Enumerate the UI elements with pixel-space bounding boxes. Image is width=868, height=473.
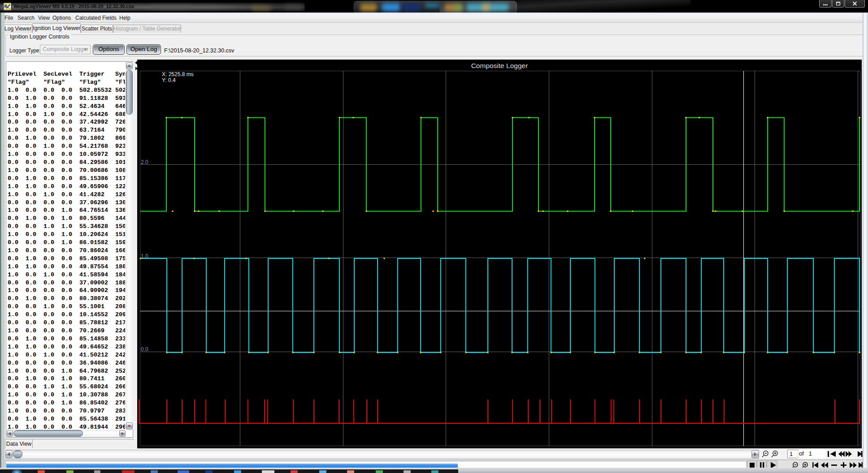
svg-text:1.0: 1.0 bbox=[141, 253, 148, 259]
svg-text:Composite Logger: Composite Logger bbox=[471, 62, 528, 69]
svg-text:2.0: 2.0 bbox=[141, 159, 148, 165]
svg-text:Y: 0.4: Y: 0.4 bbox=[162, 77, 176, 83]
svg-text:0.0: 0.0 bbox=[141, 346, 148, 353]
svg-text:X: 2525.8 ms: X: 2525.8 ms bbox=[162, 71, 194, 77]
